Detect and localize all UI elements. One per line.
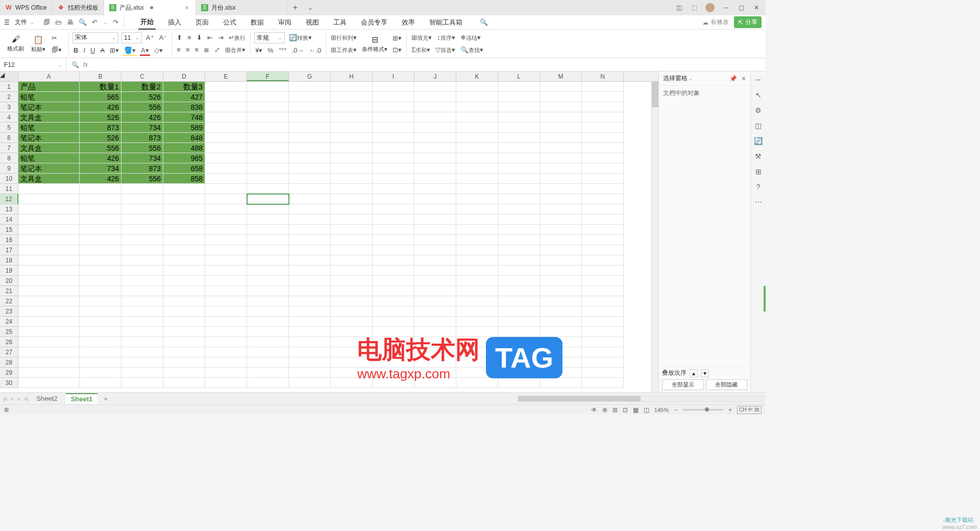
cell[interactable] (289, 306, 331, 317)
cell[interactable] (582, 296, 624, 306)
cell[interactable] (18, 184, 80, 194)
cell[interactable] (163, 235, 205, 245)
cell[interactable] (498, 235, 540, 245)
cell[interactable] (247, 123, 289, 133)
cell[interactable] (331, 255, 373, 266)
format-painter-button[interactable]: 🖌格式刷 (5, 34, 26, 54)
cell[interactable] (163, 276, 205, 286)
cell[interactable] (414, 306, 456, 317)
cell[interactable]: 488 (163, 143, 205, 153)
col-header-J[interactable]: J (414, 71, 456, 81)
cell[interactable] (498, 286, 540, 296)
cell[interactable] (247, 184, 289, 194)
cell[interactable]: 658 (163, 163, 205, 174)
tools-icon[interactable]: ⚒ (755, 152, 762, 160)
wrap-text-button[interactable]: ↵换行 (228, 33, 247, 43)
cell[interactable] (540, 174, 582, 184)
tab-smart-toolbox[interactable]: 智能工具箱 (427, 16, 464, 29)
cell[interactable] (163, 327, 205, 337)
cell[interactable] (205, 143, 247, 153)
indent-dec-button[interactable]: ⇤ (206, 33, 214, 42)
cell[interactable] (247, 153, 289, 163)
cell[interactable] (373, 347, 414, 357)
cell[interactable]: 数量1 (80, 82, 121, 92)
cell[interactable] (414, 112, 456, 123)
align-center-button[interactable]: ≡ (185, 45, 191, 55)
cell[interactable] (289, 337, 331, 347)
cell[interactable] (373, 92, 414, 102)
cell[interactable] (373, 255, 414, 266)
cell[interactable] (331, 174, 373, 184)
cell[interactable] (498, 347, 540, 357)
cell[interactable] (331, 347, 373, 357)
cell[interactable] (205, 153, 247, 163)
cell[interactable] (205, 266, 247, 276)
cell[interactable] (373, 306, 414, 317)
cell[interactable] (331, 286, 373, 296)
row-header[interactable]: 30 (0, 378, 18, 388)
cell[interactable] (582, 204, 624, 214)
cell[interactable] (205, 133, 247, 143)
fill-color-button[interactable]: 🪣▾ (123, 45, 137, 56)
row-header[interactable]: 18 (0, 255, 18, 266)
row-header[interactable]: 11 (0, 184, 18, 194)
cell[interactable] (289, 347, 331, 357)
cell[interactable] (582, 245, 624, 255)
cell[interactable]: 734 (121, 153, 163, 163)
cell[interactable] (163, 266, 205, 276)
cell[interactable] (121, 276, 163, 286)
cell[interactable] (205, 255, 247, 266)
cell[interactable] (289, 102, 331, 112)
cell[interactable] (331, 102, 373, 112)
cell[interactable] (247, 102, 289, 112)
print-icon[interactable]: 🖶 (67, 18, 74, 26)
row-header[interactable]: 4 (0, 112, 18, 123)
cell[interactable] (247, 347, 289, 357)
cube-icon[interactable]: ⬚ (690, 4, 698, 12)
cell[interactable] (247, 286, 289, 296)
cell[interactable] (18, 317, 80, 327)
view-icon[interactable]: ◫ (755, 122, 762, 130)
cell[interactable] (414, 286, 456, 296)
tab-insert[interactable]: 插入 (166, 16, 183, 29)
tab-view[interactable]: 视图 (304, 16, 321, 29)
status-icon[interactable]: ⊞ (4, 406, 9, 413)
cell[interactable] (582, 225, 624, 235)
cell[interactable]: 873 (121, 163, 163, 174)
cell[interactable] (414, 214, 456, 225)
panel-icon[interactable]: ◫ (675, 4, 683, 12)
cell[interactable] (540, 82, 582, 92)
cell[interactable] (247, 163, 289, 174)
share-button[interactable]: ⇱分享 (734, 16, 762, 28)
row-header[interactable]: 22 (0, 296, 18, 306)
normal-view-icon[interactable]: ⊞ (612, 406, 618, 414)
cell[interactable]: 铅笔 (18, 123, 80, 133)
cut-button[interactable]: ✂ (51, 33, 63, 43)
cell[interactable] (289, 276, 331, 286)
cell[interactable] (540, 337, 582, 347)
cell[interactable] (205, 123, 247, 133)
cell[interactable] (18, 235, 80, 245)
cell[interactable] (80, 337, 121, 347)
cell[interactable] (498, 368, 540, 378)
target-icon[interactable]: ⊕ (602, 406, 607, 414)
cell[interactable] (414, 123, 456, 133)
cell[interactable] (582, 235, 624, 245)
cell[interactable] (540, 327, 582, 337)
cell[interactable] (456, 317, 498, 327)
col-header-B[interactable]: B (80, 71, 121, 81)
cell[interactable] (121, 368, 163, 378)
cell[interactable] (414, 255, 456, 266)
row-header[interactable]: 12 (0, 194, 18, 204)
cell[interactable]: 838 (163, 102, 205, 112)
cell[interactable] (247, 214, 289, 225)
tab-review[interactable]: 审阅 (276, 16, 293, 29)
cell[interactable] (80, 245, 121, 255)
cell[interactable] (540, 102, 582, 112)
cell[interactable] (205, 347, 247, 357)
cell[interactable] (540, 378, 582, 388)
cell[interactable] (289, 296, 331, 306)
number-format-select[interactable]: 常规⌄ (254, 32, 285, 43)
cell[interactable] (121, 266, 163, 276)
cell[interactable] (289, 153, 331, 163)
